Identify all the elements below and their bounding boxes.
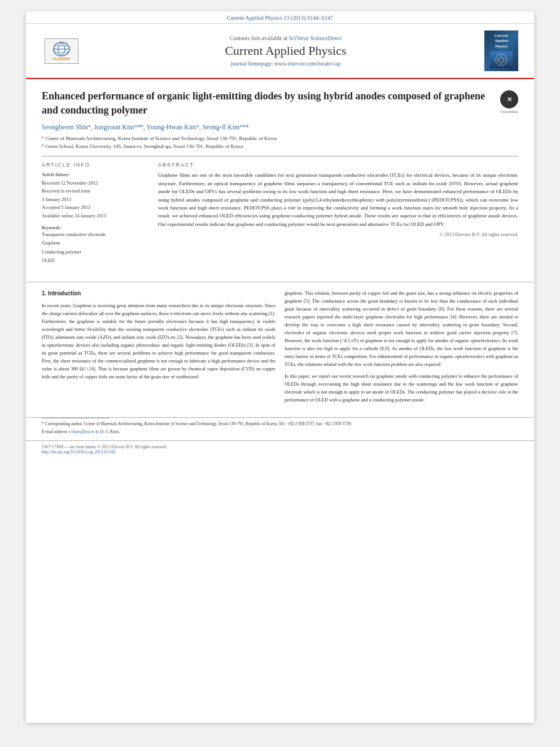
authors-text: Seongbeom Shinᵃ, Jungyoon Kimᵃʷᵇ, Young-…: [42, 123, 249, 131]
footnote-rule: [42, 418, 110, 418]
crossmark-icon: ✕: [500, 90, 518, 108]
intro-heading: 1. Introduction: [42, 289, 275, 299]
bottom-bar: 1567-1739/$ — see front matter © 2013 El…: [26, 440, 534, 458]
keyword-4: OLED: [42, 256, 149, 265]
abstract-label: ABSTRACT: [158, 162, 518, 168]
intro-para3: In this paper, we report our recent rese…: [285, 372, 518, 404]
keyword-list: Transparent conductive electrode Graphen…: [42, 230, 149, 265]
elsevier-logo: ELSEVIER: [36, 38, 87, 64]
sciverse-link[interactable]: Contents lists available at SciVerse Sci…: [87, 35, 484, 41]
svg-text:ELSEVIER: ELSEVIER: [53, 57, 70, 60]
citation-text: Current Applied Physics 13 (2013) S144–S…: [227, 15, 333, 21]
copyright-text: © 2013 Elsevier B.V. All rights reserved…: [158, 231, 518, 237]
journal-thumbnail: Current Applied Physics: [484, 30, 524, 71]
article-info-col: ARTICLE INFO Article history: Received 1…: [42, 162, 149, 265]
abstract-text: Graphene films are one of the most favor…: [158, 171, 518, 228]
journal-title: Current Applied Physics: [87, 43, 484, 58]
intro-para2: graphene. This relation, between purity …: [285, 289, 518, 368]
section-divider: [26, 282, 534, 282]
journal-homepage: journal homepage: www.elsevier.com/locat…: [87, 60, 484, 67]
article-history: Article history: Received 12 November 20…: [42, 171, 149, 220]
body-col-left: 1. Introduction In recent years, Graphen…: [42, 289, 275, 407]
elsevier-image: ELSEVIER: [45, 38, 78, 64]
email-suffix: (S.-I. Kim).: [100, 429, 120, 434]
title-area: ✕ CrossMark Enhanced performance of orga…: [42, 89, 518, 117]
received-date: Received 12 November 2012: [42, 179, 149, 187]
body-col-right: graphene. This relation, between purity …: [285, 289, 518, 407]
keywords-block: Keywords: Transparent conductive electro…: [42, 225, 149, 265]
thumb-line1: Current: [495, 33, 508, 38]
history-label: Article history:: [42, 171, 149, 179]
journal-cover: Current Applied Physics: [484, 30, 518, 71]
keyword-3: Conducting polymer: [42, 248, 149, 256]
sciverse-text: SciVerse ScienceDirect: [289, 35, 342, 41]
email-footnote: E-mail address: s-ikim@kist.re.kr (S.-I.…: [42, 429, 518, 435]
keywords-label: Keywords:: [42, 225, 149, 230]
affiliations: ᵃ Center of Materials Architecturing, Ko…: [42, 135, 518, 150]
article-content: ✕ CrossMark Enhanced performance of orga…: [26, 79, 534, 275]
crossmark-badge[interactable]: ✕ CrossMark: [500, 90, 518, 114]
keyword-1: Transparent conductive electrode: [42, 230, 149, 239]
email-address[interactable]: s-ikim@kist.re.kr: [69, 429, 99, 434]
abstract-col: ABSTRACT Graphene films are one of the m…: [158, 162, 518, 265]
affil-a: ᵃ Center of Materials Architecturing, Ko…: [42, 135, 518, 143]
doi-link[interactable]: http://dx.doi.org/10.1016/j.cap.2013.01.…: [42, 449, 116, 455]
elsevier-logo-area: ELSEVIER: [36, 38, 87, 64]
available-date: Available online 24 January 2013: [42, 212, 149, 220]
article-title: Enhanced performance of organic light-em…: [42, 89, 518, 117]
thumb-line3: Physics: [495, 44, 508, 49]
email-label: E-mail address:: [42, 429, 68, 434]
authors-line: Seongbeom Shinᵃ, Jungyoon Kimᵃʷᵇ, Young-…: [42, 123, 518, 132]
revised-date: 3 January 2013: [42, 195, 149, 203]
intro-para1: In recent years, Graphene is receiving g…: [42, 302, 275, 381]
keyword-2: Graphene: [42, 239, 149, 247]
homepage-url[interactable]: www.elsevier.com/locate/cap: [274, 60, 340, 67]
thumb-line2: Applied: [495, 38, 508, 43]
journal-header-center: Contents lists available at SciVerse Sci…: [87, 35, 484, 67]
star-footnote: * Corresponding author. Center of Materi…: [42, 421, 518, 427]
affil-b: ᵇ Green School, Korea University, 145, A…: [42, 143, 518, 151]
page: Current Applied Physics 13 (2013) S144–S…: [26, 11, 534, 723]
info-abstract-cols: ARTICLE INFO Article history: Received 1…: [42, 156, 518, 265]
issn-text: 1567-1739/$ — see front matter © 2013 El…: [42, 444, 518, 449]
journal-citation: Current Applied Physics 13 (2013) S144–S…: [26, 11, 534, 24]
accepted-date: Accepted 5 January 2013: [42, 203, 149, 211]
journal-header: ELSEVIER Contents lists available at Sci…: [26, 24, 534, 79]
body-content: 1. Introduction In recent years, Graphen…: [26, 289, 534, 417]
revised-label: Received in revised form: [42, 187, 149, 195]
footnotes: * Corresponding author. Center of Materi…: [26, 417, 534, 441]
crossmark-label: CrossMark: [500, 110, 518, 114]
article-info-label: ARTICLE INFO: [42, 162, 149, 168]
homepage-label: journal homepage:: [231, 60, 273, 67]
